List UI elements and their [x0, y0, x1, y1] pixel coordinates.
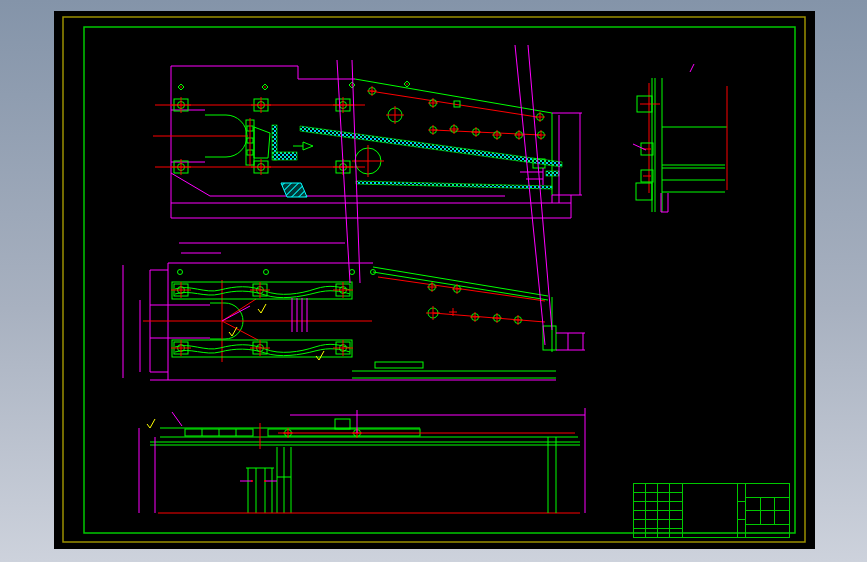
cad-window [0, 0, 867, 562]
drawing-canvas[interactable] [0, 0, 867, 562]
